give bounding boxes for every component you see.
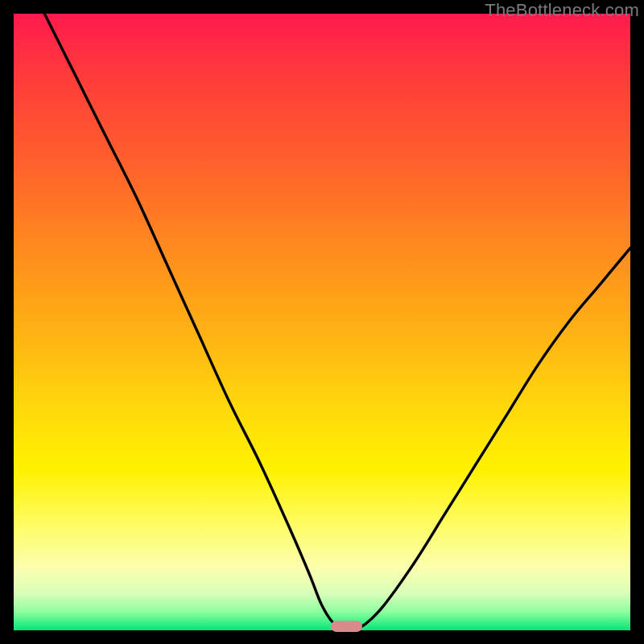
chart-frame xyxy=(14,14,630,630)
watermark-text: TheBottleneck.com xyxy=(485,0,639,21)
bottleneck-curve xyxy=(14,14,630,630)
optimal-point-marker xyxy=(331,621,361,632)
